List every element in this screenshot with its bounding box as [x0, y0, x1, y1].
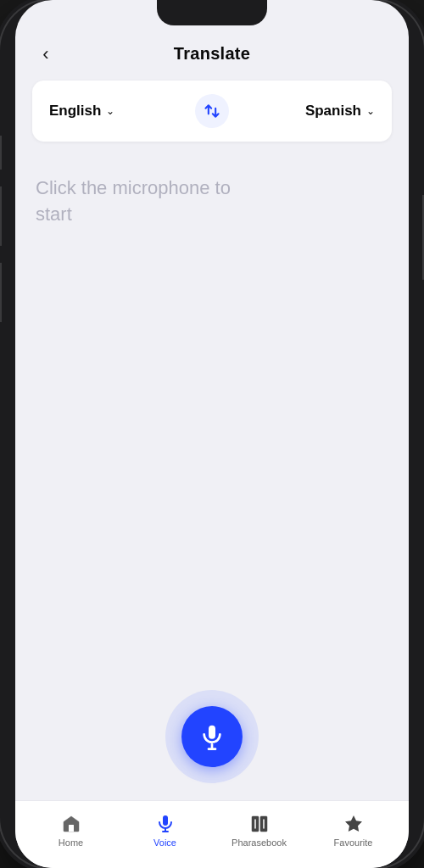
svg-rect-2: [69, 825, 74, 832]
language-selector: English ⌄ Spanish ⌄: [32, 81, 392, 142]
mic-outer-ring: [165, 690, 259, 783]
target-language-selector[interactable]: Spanish ⌄: [239, 103, 375, 120]
nav-label-voice: Voice: [153, 837, 176, 848]
nav-label-pharasebook: Pharasebook: [232, 837, 287, 848]
nav-item-home[interactable]: Home: [24, 814, 118, 848]
volume-up-button: [0, 136, 2, 170]
target-language-label: Spanish: [305, 103, 361, 120]
nav-item-favourite[interactable]: Favourite: [306, 814, 400, 848]
svg-marker-9: [345, 815, 362, 832]
phone-screen: ‹ Translate English ⌄ Spanish ⌄ C: [15, 0, 409, 868]
favourite-icon: [343, 814, 364, 834]
back-chevron-icon: ‹: [42, 45, 48, 64]
source-lang-chevron-icon: ⌄: [106, 105, 114, 117]
swap-icon: [204, 103, 220, 120]
nav-item-voice[interactable]: Voice: [118, 814, 212, 848]
voice-icon: [155, 814, 176, 834]
source-language-label: English: [49, 103, 101, 120]
source-language-selector[interactable]: English ⌄: [49, 103, 185, 120]
nav-item-pharasebook[interactable]: Pharasebook: [212, 814, 306, 848]
mic-area: [15, 665, 409, 800]
home-icon: [61, 814, 81, 834]
notch: [157, 0, 267, 25]
app-header: ‹ Translate: [15, 37, 409, 74]
bottom-navigation: Home Voice Pharasebook: [15, 800, 409, 868]
phone-frame: ‹ Translate English ⌄ Spanish ⌄ C: [0, 0, 424, 868]
microphone-icon: [198, 723, 226, 750]
main-content: Click the microphone to start: [15, 155, 409, 665]
nav-label-home: Home: [59, 837, 83, 848]
page-title: Translate: [174, 44, 251, 64]
microphone-button[interactable]: [181, 706, 243, 767]
back-button[interactable]: ‹: [32, 41, 59, 68]
silent-switch: [0, 263, 2, 322]
swap-languages-button[interactable]: [195, 94, 229, 128]
target-lang-chevron-icon: ⌄: [366, 105, 375, 117]
microphone-prompt-text: Click the microphone to start: [36, 175, 256, 228]
nav-label-favourite: Favourite: [334, 837, 373, 848]
volume-down-button: [0, 186, 2, 246]
pharasebook-icon: [249, 814, 270, 834]
